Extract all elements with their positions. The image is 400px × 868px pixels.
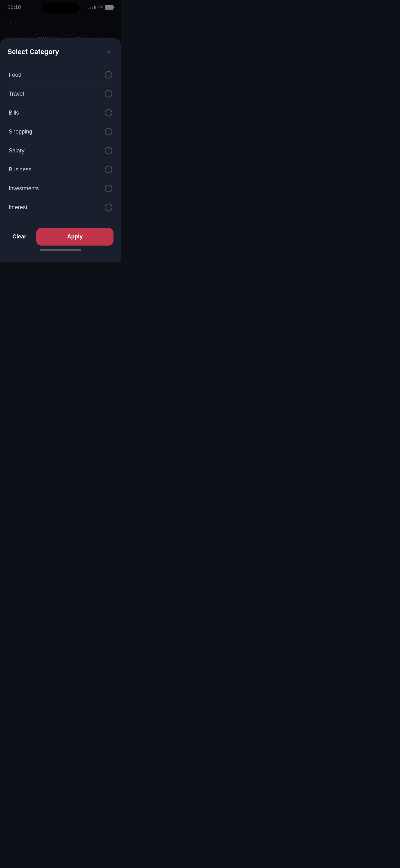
category-item-travel[interactable]: Travel — [7, 85, 113, 103]
apply-button[interactable]: Apply — [36, 228, 113, 246]
category-label-interest: Interest — [9, 204, 27, 211]
radio-travel[interactable] — [105, 90, 112, 97]
radio-bills[interactable] — [105, 109, 112, 116]
clear-button[interactable]: Clear — [7, 229, 31, 244]
sheet-footer: Clear Apply — [7, 228, 113, 246]
category-list: Food Travel Bills Shopping Salary Busine… — [7, 65, 113, 217]
radio-shopping[interactable] — [105, 128, 112, 135]
category-label-business: Business — [9, 166, 31, 173]
sheet-header: Select Category × — [7, 47, 113, 57]
home-indicator — [40, 249, 81, 251]
category-label-investments: Investments — [9, 185, 39, 192]
category-item-bills[interactable]: Bills — [7, 103, 113, 122]
category-item-food[interactable]: Food — [7, 65, 113, 85]
category-item-interest[interactable]: Interest — [7, 198, 113, 217]
category-label-bills: Bills — [9, 110, 19, 116]
radio-interest[interactable] — [105, 204, 112, 211]
category-label-travel: Travel — [9, 91, 24, 97]
close-button[interactable]: × — [104, 47, 113, 57]
category-label-salary: Salary — [9, 148, 25, 154]
category-bottom-sheet: Select Category × Food Travel Bills Shop… — [0, 38, 121, 262]
radio-food[interactable] — [105, 71, 112, 79]
radio-business[interactable] — [105, 166, 112, 173]
radio-investments[interactable] — [105, 185, 112, 192]
category-item-investments[interactable]: Investments — [7, 179, 113, 198]
close-icon: × — [107, 49, 110, 56]
category-label-food: Food — [9, 72, 22, 78]
category-item-business[interactable]: Business — [7, 160, 113, 179]
category-item-salary[interactable]: Salary — [7, 141, 113, 160]
sheet-title: Select Category — [7, 48, 59, 56]
radio-salary[interactable] — [105, 147, 112, 154]
category-item-shopping[interactable]: Shopping — [7, 122, 113, 141]
category-label-shopping: Shopping — [9, 128, 32, 135]
